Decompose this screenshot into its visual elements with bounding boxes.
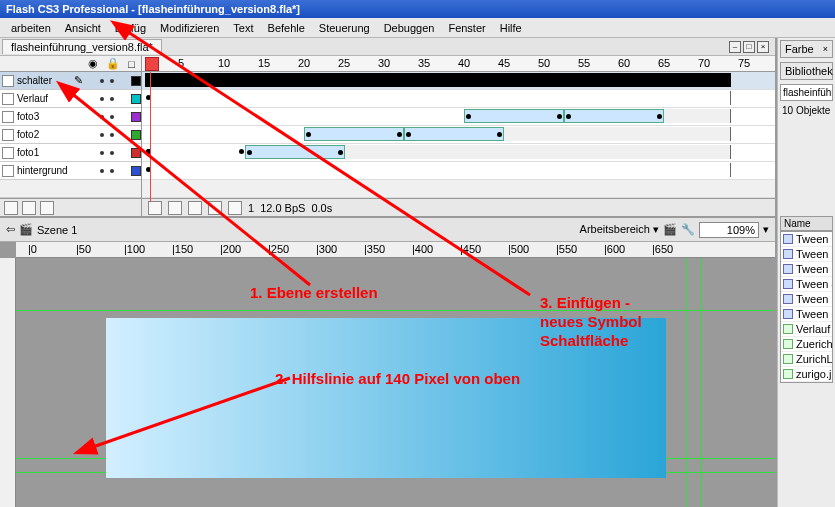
menu-ansicht[interactable]: Ansicht — [58, 20, 108, 36]
close-panel-icon[interactable]: × — [823, 44, 828, 54]
outline-column-icon[interactable]: □ — [128, 58, 135, 70]
menu-debuggen[interactable]: Debuggen — [377, 20, 442, 36]
edit-bar: ⇦ 🎬 Szene 1 Arbeitsbereich ▾ 🎬 🔧 109% ▾ — [0, 218, 775, 242]
menu-hilfe[interactable]: Hilfe — [493, 20, 529, 36]
title-bar: Flash CS3 Professional - [flasheinführun… — [0, 0, 835, 18]
guide-horizontal[interactable] — [16, 310, 775, 311]
document-tab[interactable]: flasheinführung_version8.fla* — [2, 39, 162, 54]
layer-name: foto1 — [17, 147, 83, 158]
onion-outline-icon[interactable] — [188, 201, 202, 215]
doc-restore-button[interactable]: □ — [743, 41, 755, 53]
library-item[interactable]: Tween 1 — [781, 232, 832, 247]
library-item[interactable]: Tween 6 — [781, 307, 832, 322]
scene-icon: 🎬 — [19, 223, 33, 236]
edit-multiple-icon[interactable] — [208, 201, 222, 215]
annotation-step3-line1: 3. Einfügen - — [540, 294, 630, 311]
vertical-ruler[interactable] — [0, 258, 16, 507]
menu-arbeiten[interactable]: arbeiten — [4, 20, 58, 36]
menu-bar: arbeiten Ansicht Einfüg Modifizieren Tex… — [0, 18, 835, 38]
frame-ruler[interactable]: 1 5 10 15 20 25 30 35 40 45 50 55 60 65 … — [142, 56, 775, 72]
menu-befehle[interactable]: Befehle — [261, 20, 312, 36]
new-layer-button[interactable] — [4, 201, 18, 215]
layer-verlauf[interactable]: Verlauf — [0, 90, 141, 108]
onion-skin-icon[interactable] — [168, 201, 182, 215]
guide-vertical[interactable] — [686, 258, 687, 507]
guide-vertical[interactable] — [701, 258, 702, 507]
lock-column-icon[interactable]: 🔒 — [106, 57, 120, 70]
app-title: Flash CS3 Professional - [flasheinführun… — [6, 3, 300, 15]
layer-color-chip — [131, 166, 141, 176]
layer-name: foto3 — [17, 111, 83, 122]
library-item[interactable]: Tween 4 — [781, 277, 832, 292]
library-panel-tab[interactable]: Bibliothek — [780, 62, 833, 80]
layer-name: hintergrund — [17, 165, 83, 176]
layer-icon — [2, 93, 14, 105]
track-hintergrund[interactable] — [142, 162, 775, 180]
edit-scene-icon[interactable]: 🎬 — [663, 223, 677, 236]
edit-symbol-icon[interactable]: 🔧 — [681, 223, 695, 236]
layers-footer — [0, 198, 141, 216]
track-foto1[interactable] — [142, 144, 775, 162]
track-foto3[interactable] — [142, 108, 775, 126]
scene-name[interactable]: Szene 1 — [37, 224, 77, 236]
new-folder-button[interactable] — [22, 201, 36, 215]
doc-minimize-button[interactable]: – — [729, 41, 741, 53]
layer-name: Verlauf — [17, 93, 83, 104]
annotation-step3-line3: Schaltfläche — [540, 332, 628, 349]
layer-icon — [2, 147, 14, 159]
zoom-dropdown-icon[interactable]: ▾ — [763, 223, 769, 236]
delete-layer-button[interactable] — [40, 201, 54, 215]
library-document-selector[interactable]: flasheinführ — [780, 84, 833, 101]
layer-icon — [2, 129, 14, 141]
layer-hintergrund[interactable]: hintergrund — [0, 162, 141, 180]
menu-text[interactable]: Text — [226, 20, 260, 36]
layer-color-chip — [131, 76, 141, 86]
visibility-column-icon[interactable]: ◉ — [88, 57, 98, 70]
workspace-dropdown[interactable]: Arbeitsbereich ▾ — [580, 223, 659, 236]
layer-name: schalter — [17, 75, 71, 86]
library-item[interactable]: Tween 3 — [781, 262, 832, 277]
library-item[interactable]: Tween 2 — [781, 247, 832, 262]
layer-color-chip — [131, 112, 141, 122]
menu-steuerung[interactable]: Steuerung — [312, 20, 377, 36]
layer-foto2[interactable]: foto2 — [0, 126, 141, 144]
layer-icon — [2, 75, 14, 87]
menu-modifizieren[interactable]: Modifizieren — [153, 20, 226, 36]
layer-icon — [2, 111, 14, 123]
library-name-header[interactable]: Name — [780, 216, 833, 231]
library-item[interactable]: ZurichLi — [781, 352, 832, 367]
layer-foto1[interactable]: foto1 — [0, 144, 141, 162]
doc-close-button[interactable]: × — [757, 41, 769, 53]
layer-schalter[interactable]: schalter ✎ — [0, 72, 141, 90]
frame-rate: 12.0 BpS — [260, 202, 305, 214]
horizontal-ruler[interactable]: |0 |50 |100 |150 |200 |250 |300 |350 |40… — [16, 242, 775, 258]
annotation-step2: 2. Hilfslinie auf 140 Pixel von oben — [275, 370, 520, 387]
menu-einfuegen[interactable]: Einfüg — [108, 20, 153, 36]
layer-color-chip — [131, 148, 141, 158]
menu-fenster[interactable]: Fenster — [441, 20, 492, 36]
layer-color-chip — [131, 94, 141, 104]
library-list: Tween 1 Tween 2 Tween 3 Tween 4 Tween 5 … — [780, 231, 833, 383]
zoom-field[interactable]: 109% — [699, 222, 759, 238]
library-item[interactable]: Tween 5 — [781, 292, 832, 307]
layer-foto3[interactable]: foto3 — [0, 108, 141, 126]
frames-area[interactable]: 1 5 10 15 20 25 30 35 40 45 50 55 60 65 … — [142, 56, 775, 216]
timeline-panel: ◉ 🔒 □ schalter ✎ Verlauf — [0, 56, 775, 218]
layer-name: foto2 — [17, 129, 83, 140]
onion-markers-icon[interactable] — [228, 201, 242, 215]
color-panel-tab[interactable]: Farbe× — [780, 40, 833, 58]
elapsed-time: 0.0s — [311, 202, 332, 214]
library-item[interactable]: Verlauf — [781, 322, 832, 337]
center-frame-icon[interactable] — [148, 201, 162, 215]
track-verlauf[interactable] — [142, 90, 775, 108]
track-schalter[interactable] — [142, 72, 775, 90]
track-foto2[interactable] — [142, 126, 775, 144]
back-icon[interactable]: ⇦ — [6, 223, 15, 236]
library-item[interactable]: Zuerich_ — [781, 337, 832, 352]
library-item-count: 10 Objekte — [780, 103, 833, 118]
playhead[interactable] — [145, 57, 157, 73]
library-item[interactable]: zurigo.jp — [781, 367, 832, 382]
annotation-step1: 1. Ebene erstellen — [250, 284, 378, 301]
current-frame: 1 — [248, 202, 254, 214]
panels-dock: Farbe× Bibliothek flasheinführ 10 Objekt… — [777, 38, 835, 507]
